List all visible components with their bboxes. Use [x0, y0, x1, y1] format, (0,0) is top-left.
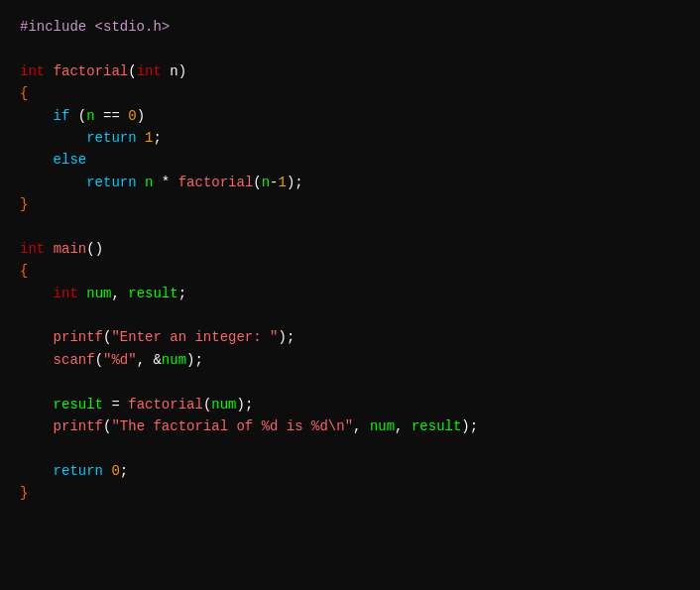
indent5 [20, 286, 54, 301]
code-line-7: else [20, 149, 680, 171]
indent3 [20, 152, 54, 168]
comma4: , [395, 418, 411, 434]
func-printf2: printf [54, 418, 103, 434]
indent6 [20, 329, 54, 345]
func-main: main [54, 241, 87, 257]
func-scanf: scanf [54, 352, 95, 368]
code-line-15: printf("Enter an integer: "); [20, 326, 680, 348]
code-line-16: scanf("%d", &num); [20, 349, 680, 371]
semi6: ; [245, 397, 253, 413]
code-line-1: #include <stdio.h> [20, 16, 680, 38]
keyword-return3: return [54, 463, 103, 479]
keyword-else: else [54, 152, 87, 168]
keyword-int: int [20, 63, 45, 79]
keyword-int2: int [20, 241, 45, 257]
var-result3: result [411, 418, 461, 434]
code-line-19: printf("The factorial of %d is %d\n", nu… [20, 415, 680, 437]
semi2: ; [294, 175, 302, 190]
number-0b: 0 [111, 463, 119, 479]
code-line-11: int main() [20, 238, 680, 260]
eq-eq: == [95, 108, 129, 124]
code-line-12: { [20, 260, 680, 282]
paren13: ) [461, 418, 469, 434]
eq-op: = [103, 397, 128, 413]
close-paren2: ) [137, 108, 145, 124]
var-result2: result [54, 397, 103, 413]
indent10 [20, 463, 54, 479]
code-line-8: return n * factorial(n-1); [20, 172, 680, 193]
indent4 [20, 175, 86, 190]
semi4: ; [287, 329, 294, 345]
blank-line3 [20, 304, 680, 326]
space3 [137, 175, 145, 190]
func-factorial: factorial [54, 63, 129, 79]
blank-line5 [20, 437, 680, 459]
code-line-9: } [20, 193, 680, 215]
comma2: , [137, 352, 154, 368]
code-line-21: return 0; [20, 460, 680, 482]
semi3: ; [178, 286, 186, 301]
close-brace2: } [20, 485, 28, 501]
code-line-18: result = factorial(num); [20, 394, 680, 415]
paren7: ) [278, 329, 286, 345]
semi1: ; [153, 130, 161, 146]
minus-op: - [270, 175, 278, 190]
keyword-return2: return [86, 175, 136, 190]
var-n: n [86, 108, 94, 124]
close-paren: ) [178, 63, 186, 79]
code-line-5: if (n == 0) [20, 105, 680, 127]
var-n3: n [262, 175, 270, 190]
paren8: ( [95, 352, 103, 368]
keyword-if: if [54, 108, 70, 124]
var-num4: num [370, 418, 395, 434]
close-brace1: } [20, 196, 28, 212]
var-num2: num [162, 352, 186, 368]
indent9 [20, 418, 54, 434]
blank-line2 [20, 216, 680, 238]
indent8 [20, 397, 54, 413]
var-num3: num [211, 397, 236, 413]
number-0: 0 [128, 108, 136, 124]
space [45, 63, 53, 79]
string2: "%d" [103, 352, 137, 368]
var-num: num [86, 286, 111, 301]
string3: "The factorial of %d is %d\n" [111, 418, 353, 434]
code-editor: #include <stdio.h> int factorial(int n) … [0, 0, 700, 590]
indent2 [20, 130, 86, 146]
amp: & [153, 352, 161, 368]
comma3: , [353, 418, 370, 434]
keyword-return1: return [86, 130, 136, 146]
code-line-13: int num, result; [20, 283, 680, 304]
comma1: , [111, 286, 128, 301]
indent7 [20, 352, 54, 368]
include-directive: #include <stdio.h> [20, 19, 170, 35]
semi8: ; [120, 463, 128, 479]
blank-line [20, 38, 680, 59]
func-printf1: printf [54, 329, 103, 345]
blank-line4 [20, 371, 680, 393]
open-paren: ( [128, 63, 136, 79]
paren11: ) [237, 397, 245, 413]
code-line-3: int factorial(int n) [20, 60, 680, 82]
semi5: ; [194, 352, 202, 368]
param-type-int: int [137, 63, 162, 79]
space5 [78, 286, 86, 301]
space2 [137, 130, 145, 146]
func-factorial3: factorial [128, 397, 203, 413]
var-result: result [128, 286, 177, 301]
string1: "Enter an integer: " [111, 329, 278, 345]
paren3: ( [253, 175, 261, 190]
code-line-6: return 1; [20, 127, 680, 149]
keyword-int3: int [54, 286, 78, 301]
code-line-22: } [20, 482, 680, 504]
space-paren: ( [69, 108, 86, 124]
open-brace2: { [20, 263, 28, 279]
func-factorial2: factorial [178, 175, 254, 190]
indent [20, 108, 54, 124]
code-line-4: { [20, 82, 680, 104]
space4 [45, 241, 53, 257]
semi7: ; [470, 418, 478, 434]
space-mult: * [153, 175, 177, 190]
param-n: n [162, 63, 178, 79]
paren5: () [86, 241, 103, 257]
